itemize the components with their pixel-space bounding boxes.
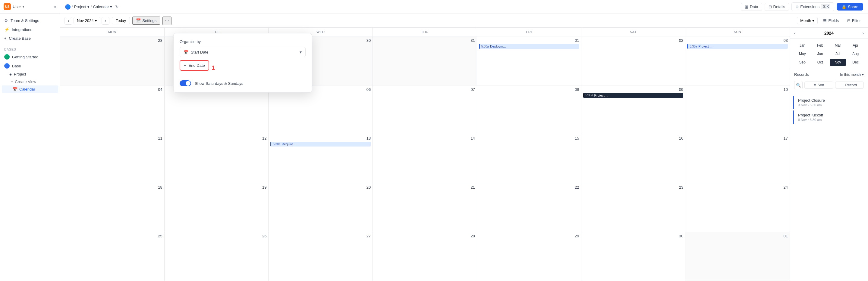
cal-cell-nov23[interactable]: 23 <box>581 183 686 232</box>
share-button[interactable]: 🔒 Share <box>837 3 863 10</box>
calendar-nav: ‹ Nov 2024 ▾ › <box>64 17 110 25</box>
cal-cell-nov10[interactable]: 10 <box>685 85 789 135</box>
cal-cell-nov08[interactable]: 08 <box>477 85 581 135</box>
end-date-button[interactable]: + End Date <box>180 60 209 71</box>
create-base-button[interactable]: + Create Base <box>0 34 60 43</box>
month-mar[interactable]: Mar <box>830 42 846 49</box>
new-badge: 1 <box>212 64 215 71</box>
month-jul[interactable]: Jul <box>830 50 846 58</box>
cal-cell-nov27[interactable]: 27 <box>269 232 373 281</box>
fields-button[interactable]: ☰ Fields <box>820 17 842 24</box>
month-may[interactable]: May <box>794 50 811 58</box>
view-mode-select[interactable]: Month ▾ <box>797 17 818 24</box>
data-button[interactable]: ▦ Data <box>741 3 762 11</box>
month-oct[interactable]: Oct <box>812 59 829 66</box>
cal-cell-nov28[interactable]: 28 <box>373 232 477 281</box>
cal-cell-nov19[interactable]: 19 <box>164 183 269 232</box>
cal-cell-nov18[interactable]: 18 <box>60 183 164 232</box>
month-jun[interactable]: Jun <box>812 50 829 58</box>
filter-button[interactable]: ⊟ Filter <box>844 17 864 24</box>
prev-month-button[interactable]: ‹ <box>64 17 72 25</box>
cal-cell-nov20[interactable]: 20 <box>269 183 373 232</box>
cal-cell-nov25[interactable]: 25 <box>60 232 164 281</box>
extensions-button[interactable]: ⊕ Extensions ⌘ K <box>792 2 834 11</box>
day-header-thu: THU <box>373 28 477 36</box>
search-button[interactable]: 🔍 <box>794 81 803 90</box>
today-button[interactable]: Today <box>112 17 130 24</box>
settings-button[interactable]: 📅 Settings <box>132 16 160 25</box>
details-button[interactable]: ⊞ Details <box>765 3 789 11</box>
refresh-icon[interactable]: ↻ <box>115 4 119 9</box>
current-month-button[interactable]: Nov 2024 ▾ <box>73 17 100 24</box>
add-record-button[interactable]: + Record <box>835 81 864 89</box>
cal-cell-nov12[interactable]: 12 <box>164 134 269 183</box>
cal-cell-nov16[interactable]: 16 <box>581 134 686 183</box>
base-icon-green <box>4 54 10 60</box>
cal-cell-nov22[interactable]: 22 <box>477 183 581 232</box>
month-apr[interactable]: Apr <box>847 42 864 49</box>
month-nov[interactable]: Nov <box>830 59 846 66</box>
cal-cell-nov07[interactable]: 07 <box>373 85 477 135</box>
search-icon: 🔍 <box>796 83 801 87</box>
project-globe-icon: 🌐 <box>65 4 70 10</box>
sidebar-item-project[interactable]: ◈ Project <box>0 70 60 78</box>
cal-cell-nov04[interactable]: 04 <box>60 85 164 135</box>
breadcrumb-separator-2: / <box>91 4 92 9</box>
cal-cell-nov17[interactable]: 17 <box>685 134 789 183</box>
sidebar-item-base[interactable]: Base <box>0 61 60 70</box>
cal-cell-nov26[interactable]: 26 <box>164 232 269 281</box>
cal-cell-dec01[interactable]: 01 <box>685 232 789 281</box>
prev-year-button[interactable]: ‹ <box>794 31 796 35</box>
month-sep[interactable]: Sep <box>794 59 811 66</box>
cal-cell-nov21[interactable]: 21 <box>373 183 477 232</box>
cal-cell-nov02[interactable]: 02 <box>581 36 686 85</box>
list-item[interactable]: Project Closure 3 Nov • 5:30 am <box>793 96 865 109</box>
cal-event[interactable]: 5:30aProject ... <box>583 93 684 98</box>
breadcrumb-calendar[interactable]: Calendar ▾ <box>93 4 113 9</box>
details-label: Details <box>773 4 785 9</box>
cal-cell-nov11[interactable]: 11 <box>60 134 164 183</box>
cal-cell-oct31[interactable]: 31 <box>373 36 477 85</box>
chevron-down-icon: ▾ <box>862 72 864 77</box>
sort-icon: ⬆ <box>813 83 816 87</box>
more-options-button[interactable]: ⋯ <box>162 16 172 25</box>
sort-button[interactable]: ⬆ Sort <box>804 81 833 89</box>
sidebar-item-calendar[interactable]: 📅 Calendar <box>2 85 58 93</box>
month-jan[interactable]: Jan <box>794 42 811 49</box>
cal-cell-nov24[interactable]: 24 <box>685 183 789 232</box>
next-year-button[interactable]: › <box>862 31 864 35</box>
cal-event[interactable]: 5:30aProject ... <box>687 44 788 49</box>
cal-cell-nov15[interactable]: 15 <box>477 134 581 183</box>
next-month-button[interactable]: › <box>101 17 110 25</box>
cal-cell-nov29[interactable]: 29 <box>477 232 581 281</box>
cal-event[interactable]: 5:30aDeploym... <box>479 44 579 49</box>
base-icon-blue <box>4 63 10 69</box>
create-view-button[interactable]: + Create View <box>0 78 60 85</box>
cal-cell-nov09[interactable]: 09 5:30aProject ... <box>581 85 686 135</box>
month-feb[interactable]: Feb <box>812 42 829 49</box>
cal-cell-nov13[interactable]: 13 5:30aRequire... <box>269 134 373 183</box>
start-date-select[interactable]: 📅 Start Date ▾ <box>180 47 306 57</box>
month-dec[interactable]: Dec <box>847 59 864 66</box>
day-header-sun: SUN <box>685 28 789 36</box>
show-weekends-toggle[interactable] <box>180 80 191 86</box>
cal-cell-nov30[interactable]: 30 <box>581 232 686 281</box>
breadcrumb-project[interactable]: Project ▾ <box>74 4 90 9</box>
cal-cell-nov03[interactable]: 03 5:30aProject ... <box>685 36 789 85</box>
sidebar-item-label: Team & Settings <box>10 19 39 23</box>
records-filter-select[interactable]: In this month ▾ <box>840 72 864 77</box>
cal-cell-nov01[interactable]: 01 5:30aDeploym... <box>477 36 581 85</box>
sidebar-item-team-settings[interactable]: ⚙ Team & Settings <box>0 16 60 25</box>
record-list: Project Closure 3 Nov • 5:30 am Project … <box>790 92 868 281</box>
chevron-down-icon: ▾ <box>110 4 112 9</box>
sidebar-item-integrations[interactable]: ⚡ Integrations <box>0 25 60 34</box>
collapse-sidebar-button[interactable]: « <box>54 4 56 9</box>
list-item[interactable]: Project Kickoff 8 Nov • 5:30 am <box>793 110 865 124</box>
user-menu[interactable]: US User ▾ <box>4 3 24 10</box>
month-aug[interactable]: Aug <box>847 50 864 58</box>
sidebar-item-getting-started[interactable]: Getting Started <box>0 52 60 61</box>
cal-cell-oct28[interactable]: 28 <box>60 36 164 85</box>
cal-event[interactable]: 5:30aRequire... <box>270 142 371 146</box>
record-title: Project Kickoff <box>798 113 861 117</box>
cal-cell-nov14[interactable]: 14 <box>373 134 477 183</box>
